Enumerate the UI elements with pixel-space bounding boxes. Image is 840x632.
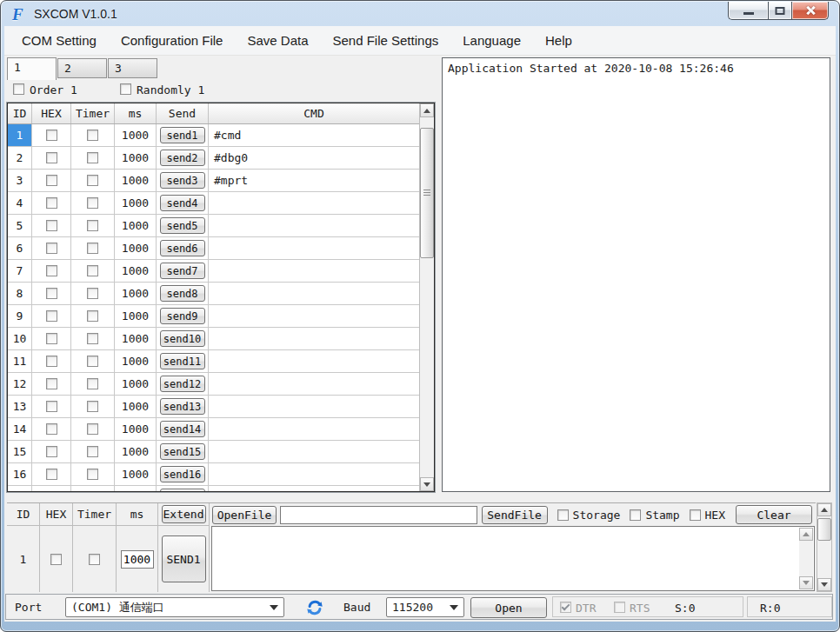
row-id-cell[interactable]: 12 [8,373,32,395]
dtr-checkbox[interactable] [560,602,571,613]
row-id-cell[interactable]: 7 [8,260,32,282]
timer-checkbox[interactable] [87,378,98,389]
row-id-cell[interactable]: 14 [8,418,32,440]
hex-checkbox[interactable] [46,401,57,412]
maximize-button[interactable] [768,2,792,20]
ms-cell[interactable]: 1000 [115,328,157,349]
timer-checkbox[interactable] [87,152,98,163]
ms-cell[interactable]: 1000 [115,283,157,304]
menu-save-data[interactable]: Save Data [235,28,320,53]
cmd-cell[interactable] [209,418,419,440]
hex-checkbox[interactable] [46,243,57,254]
row-id-cell[interactable]: 16 [8,463,32,485]
close-button[interactable] [792,2,829,20]
send-button[interactable]: send16 [160,466,205,482]
panel-scrollbar-thumb[interactable] [817,518,831,541]
send-button[interactable]: send13 [160,398,205,415]
cmd-cell[interactable] [209,350,419,372]
bp-hex-display-checkbox[interactable] [690,509,701,521]
clear-button[interactable]: Clear [736,505,812,524]
send-button[interactable]: send4 [160,195,205,211]
row-id-cell[interactable]: 8 [8,283,32,304]
hex-checkbox[interactable] [46,333,57,344]
hex-checkbox[interactable] [46,356,57,367]
stamp-checkbox[interactable] [630,509,641,521]
hex-checkbox[interactable] [46,175,57,186]
order-checkbox[interactable] [13,83,24,95]
send-button[interactable]: send3 [160,172,205,189]
hex-checkbox[interactable] [46,220,57,231]
panel-scrollbar[interactable] [817,502,832,592]
ms-cell[interactable]: 1000 [115,350,157,372]
row-id-cell[interactable]: 17 [8,486,32,491]
message-scroll-down-icon[interactable] [799,576,813,589]
send-button[interactable]: send9 [160,308,205,324]
row-id-cell[interactable]: 10 [8,328,32,349]
send-button[interactable]: send8 [160,285,205,302]
timer-checkbox[interactable] [87,469,98,480]
message-scrollbar[interactable] [799,528,813,589]
bp-ms-input[interactable] [121,550,154,569]
row-id-cell[interactable]: 9 [8,305,32,327]
ms-cell[interactable]: 1000 [115,463,157,485]
cmd-cell[interactable] [209,328,419,349]
ms-cell[interactable]: 1000 [115,418,157,440]
sendfile-button[interactable]: SendFile [482,506,548,524]
send-button[interactable]: send2 [160,150,205,166]
send-button[interactable]: send17 [160,489,205,491]
panel-scroll-up-icon[interactable] [817,503,831,516]
cmd-cell[interactable] [209,441,419,462]
hex-checkbox[interactable] [46,310,57,322]
receive-log[interactable]: Application Started at 2020-10-08 15:26:… [442,57,830,492]
hex-checkbox[interactable] [46,378,57,389]
row-id-cell[interactable]: 1 [8,124,32,146]
timer-checkbox[interactable] [87,356,98,367]
cmd-cell[interactable] [209,283,419,304]
table-scrollbar[interactable] [419,103,434,491]
timer-checkbox[interactable] [87,333,98,344]
row-id-cell[interactable]: 15 [8,441,32,462]
cmd-cell[interactable] [209,486,419,491]
extend-button[interactable]: Extend [162,505,206,523]
ms-cell[interactable]: 1000 [115,215,157,236]
row-id-cell[interactable]: 13 [8,396,32,417]
openfile-button[interactable]: OpenFile [212,506,277,524]
ms-cell[interactable]: 1000 [115,373,157,395]
ms-cell[interactable]: 1000 [115,147,157,169]
send-button[interactable]: send10 [160,330,205,347]
hex-checkbox[interactable] [46,288,57,299]
send-button[interactable]: send14 [160,421,205,437]
timer-checkbox[interactable] [87,423,98,435]
timer-checkbox[interactable] [87,310,98,322]
ms-cell[interactable]: 1000 [115,124,157,146]
row-id-cell[interactable]: 2 [8,147,32,169]
timer-checkbox[interactable] [87,265,98,276]
row-id-cell[interactable]: 11 [8,350,32,372]
hex-checkbox[interactable] [46,469,57,480]
cmd-cell[interactable]: #mprt [209,170,419,191]
timer-checkbox[interactable] [87,197,98,209]
bp-timer-checkbox[interactable] [89,554,100,565]
storage-checkbox[interactable] [557,509,569,521]
panel-scroll-down-icon[interactable] [817,578,831,591]
cmd-cell[interactable] [209,192,419,214]
send-button[interactable]: send11 [160,353,205,369]
hex-checkbox[interactable] [46,152,57,163]
hex-checkbox[interactable] [46,423,57,435]
ms-cell[interactable]: 1000 [115,260,157,282]
menu-help[interactable]: Help [533,28,584,53]
cmd-cell[interactable] [209,260,419,282]
baud-select[interactable]: 115200 [386,597,464,617]
hex-checkbox[interactable] [46,265,57,276]
cmd-cell[interactable] [209,215,419,236]
timer-checkbox[interactable] [87,401,98,412]
row-id-cell[interactable]: 4 [8,192,32,214]
scroll-up-icon[interactable] [420,103,434,117]
send-button[interactable]: send7 [160,263,205,279]
ms-cell[interactable]: 1000 [115,305,157,327]
send-button[interactable]: send1 [160,127,205,143]
ms-cell[interactable]: 1000 [115,396,157,417]
send-button[interactable]: send5 [160,217,205,234]
ms-cell[interactable]: 1000 [115,237,157,259]
cmd-cell[interactable]: #cmd [209,124,419,146]
